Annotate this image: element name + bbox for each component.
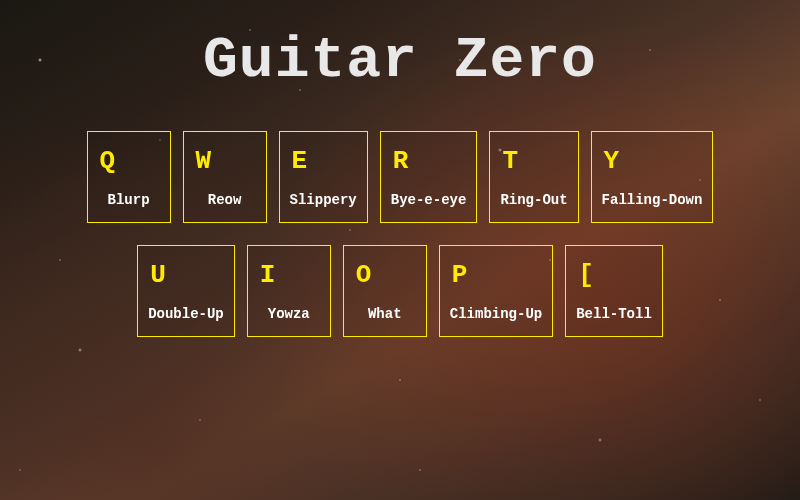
key-t[interactable]: T Ring-Out [489, 131, 578, 223]
key-e[interactable]: E Slippery [279, 131, 368, 223]
key-p-label: Climbing-Up [450, 306, 542, 322]
key-e-kbd: E [290, 146, 308, 174]
key-p[interactable]: P Climbing-Up [439, 245, 553, 337]
key-grid: Q Blurp W Reow E Slippery R Bye-e-eye T … [87, 131, 714, 337]
key-y-kbd: Y [602, 146, 620, 174]
key-q[interactable]: Q Blurp [87, 131, 171, 223]
key-r-label: Bye-e-eye [391, 192, 467, 208]
key-bracket-label: Bell-Toll [576, 306, 652, 322]
key-e-label: Slippery [290, 192, 357, 208]
key-row-1: Q Blurp W Reow E Slippery R Bye-e-eye T … [87, 131, 714, 223]
key-w-label: Reow [208, 192, 242, 208]
key-t-label: Ring-Out [500, 192, 567, 208]
key-r-kbd: R [391, 146, 409, 174]
key-q-kbd: Q [98, 146, 116, 174]
key-u[interactable]: U Double-Up [137, 245, 235, 337]
key-p-kbd: P [450, 260, 468, 288]
key-i-kbd: I [258, 260, 276, 288]
page-title: Guitar Zero [203, 28, 597, 93]
key-i-label: Yowza [268, 306, 310, 322]
key-y[interactable]: Y Falling-Down [591, 131, 714, 223]
key-bracket[interactable]: [ Bell-Toll [565, 245, 663, 337]
key-w[interactable]: W Reow [183, 131, 267, 223]
key-u-kbd: U [148, 260, 166, 288]
key-u-label: Double-Up [148, 306, 224, 322]
key-q-label: Blurp [108, 192, 150, 208]
key-t-kbd: T [500, 146, 518, 174]
key-bracket-kbd: [ [576, 260, 594, 288]
key-o-kbd: O [354, 260, 372, 288]
key-w-kbd: W [194, 146, 212, 174]
key-row-2: U Double-Up I Yowza O What P Climbing-Up… [137, 245, 663, 337]
key-y-label: Falling-Down [602, 192, 703, 208]
key-i[interactable]: I Yowza [247, 245, 331, 337]
key-r[interactable]: R Bye-e-eye [380, 131, 478, 223]
key-o-label: What [368, 306, 402, 322]
key-o[interactable]: O What [343, 245, 427, 337]
